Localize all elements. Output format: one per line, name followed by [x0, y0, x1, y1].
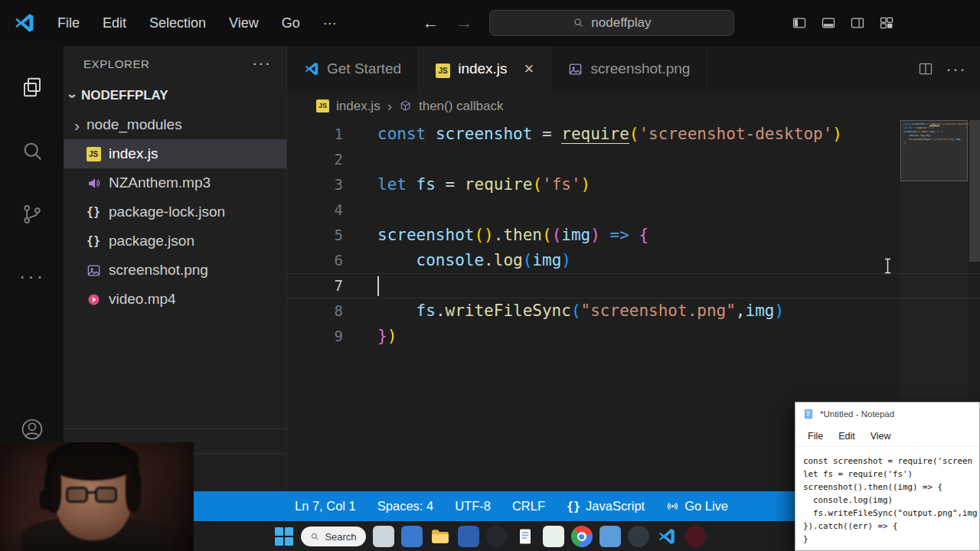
- file-package-json[interactable]: {}package.json: [64, 227, 286, 256]
- file-label: package-lock.json: [109, 204, 225, 220]
- code-token: "screenshot.png": [581, 302, 736, 320]
- code-token: (: [571, 302, 581, 320]
- line-number: 8: [287, 298, 343, 324]
- status-crlf[interactable]: CRLF: [512, 499, 545, 514]
- taskbar-search[interactable]: Search: [301, 527, 365, 546]
- taskbar-search-label: Search: [325, 531, 356, 543]
- tab-index-js[interactable]: JSindex.js×: [419, 46, 551, 92]
- notepad-titlebar[interactable]: *Untitled - Notepad: [795, 403, 979, 425]
- code-token: require: [465, 175, 533, 194]
- breadcrumb-file[interactable]: index.js: [336, 99, 381, 114]
- code-line-4: 4: [287, 197, 980, 223]
- folder-root[interactable]: › NODEFFPLAY: [64, 81, 286, 110]
- code-token: (: [532, 175, 542, 194]
- status-label: UTF-8: [455, 499, 491, 514]
- code-token: 'screenshot-desktop': [639, 125, 832, 143]
- taskbar-icon-notepad[interactable]: [514, 526, 536, 547]
- file-index-js[interactable]: JSindex.js: [64, 139, 286, 168]
- tab-screenshot-png[interactable]: screenshot.png: [551, 46, 707, 92]
- code-token: console: [416, 251, 485, 269]
- notepad-menu-edit[interactable]: Edit: [831, 428, 863, 445]
- code-token: .: [484, 251, 494, 269]
- notepad-menu-view[interactable]: View: [863, 428, 899, 445]
- status-label: CRLF: [512, 499, 545, 514]
- status-go-live[interactable]: Go Live: [666, 499, 728, 514]
- taskbar-icon-obs-studio[interactable]: [486, 526, 508, 547]
- breadcrumb-symbol[interactable]: then() callback: [419, 99, 504, 114]
- toggle-secondary-sidebar-icon[interactable]: [850, 15, 865, 31]
- status-ln-7-col-1[interactable]: Ln 7, Col 1: [295, 499, 356, 514]
- taskbar-icon-camera-app[interactable]: [628, 526, 649, 547]
- menu-edit[interactable]: Edit: [91, 11, 138, 36]
- line-text: const screenshot = require('screenshot-d…: [343, 122, 842, 147]
- explorer-title: EXPLORER: [83, 57, 150, 70]
- forward-arrow-icon[interactable]: →: [456, 13, 472, 33]
- line-text: [343, 147, 377, 172]
- image-icon: [85, 263, 102, 278]
- activity-more[interactable]: ···: [0, 246, 64, 309]
- code-token: then: [503, 226, 542, 244]
- json-icon: {}: [85, 234, 102, 249]
- mouse-ibeam-cursor: [883, 258, 893, 274]
- notepad-icon: [803, 409, 814, 419]
- activity-explorer[interactable]: [0, 55, 64, 119]
- taskbar-icon-green-app[interactable]: [543, 526, 564, 547]
- tab-bar: Get StartedJSindex.js×screenshot.png ···: [287, 46, 980, 92]
- file-label: video.mp4: [109, 291, 176, 308]
- taskbar-icon-vscode[interactable]: [656, 526, 678, 547]
- line-number: 3: [287, 172, 343, 197]
- code-token: let: [377, 175, 407, 194]
- code-token: [377, 302, 416, 320]
- status-utf-8[interactable]: UTF-8: [455, 499, 491, 514]
- close-icon[interactable]: ×: [524, 59, 534, 79]
- taskbar-icon-mail-app[interactable]: [401, 526, 423, 547]
- file-video-mp4[interactable]: video.mp4: [64, 285, 286, 314]
- menu-item[interactable]: ···: [312, 11, 348, 36]
- editor-more-icon[interactable]: ···: [946, 58, 966, 80]
- file-node-modules[interactable]: ›node_modules: [64, 110, 286, 139]
- code-token: [600, 226, 610, 244]
- toggle-panel-icon[interactable]: [821, 15, 836, 31]
- taskbar-icon-word[interactable]: [458, 526, 479, 547]
- taskbar-icon-firefox[interactable]: [684, 526, 706, 547]
- menu-go[interactable]: Go: [270, 11, 312, 36]
- file-nzanthem-mp3[interactable]: NZAnthem.mp3: [64, 168, 286, 197]
- minimap-slider[interactable]: [900, 120, 968, 181]
- notepad-window[interactable]: *Untitled - Notepad FileEditView const s…: [795, 402, 980, 551]
- notepad-menu-file[interactable]: File: [800, 428, 831, 445]
- menu-selection[interactable]: Selection: [138, 11, 217, 36]
- root-folder-label: NODEFFPLAY: [81, 88, 168, 103]
- status-spaces-4[interactable]: Spaces: 4: [377, 499, 433, 514]
- search-icon: [310, 532, 320, 542]
- activity-search[interactable]: [0, 119, 64, 182]
- notepad-content[interactable]: const screenshot = require('screenlet fs…: [795, 447, 979, 546]
- menu-view[interactable]: View: [217, 11, 270, 36]
- sidebar-section-divider[interactable]: [64, 429, 286, 429]
- activity-source-control[interactable]: [0, 182, 64, 246]
- tab-get-started[interactable]: Get Started: [287, 46, 419, 92]
- line-number: 7: [287, 273, 343, 298]
- taskbar-icon-file-explorer[interactable]: [430, 526, 451, 547]
- command-center-search[interactable]: nodeffplay: [489, 10, 734, 36]
- status-javascript[interactable]: {}JavaScript: [567, 499, 645, 514]
- line-text: let fs = require('fs'): [343, 172, 590, 197]
- code-token: img: [532, 251, 561, 269]
- taskbar-icon-task-view[interactable]: [373, 526, 394, 547]
- breadcrumb: JS index.js › then() callback: [287, 92, 980, 120]
- start-button-icon[interactable]: [274, 527, 294, 546]
- image-icon: [568, 62, 583, 77]
- customize-layout-icon[interactable]: [879, 15, 894, 31]
- notepad-line: console.log(img): [803, 494, 979, 507]
- explorer-icon: [21, 76, 44, 99]
- taskbar-icon-chrome[interactable]: [571, 526, 593, 547]
- toggle-primary-sidebar-icon[interactable]: [792, 15, 807, 31]
- file-package-lock-json[interactable]: {}package-lock.json: [64, 197, 286, 227]
- notepad-line: fs.writeFileSync("output.png",img: [803, 507, 979, 520]
- split-editor-icon[interactable]: [918, 61, 933, 77]
- explorer-more-icon[interactable]: ···: [252, 54, 271, 73]
- code-token: require: [561, 125, 629, 144]
- file-screenshot-png[interactable]: screenshot.png: [64, 256, 286, 285]
- menu-file[interactable]: File: [46, 11, 91, 36]
- back-arrow-icon[interactable]: ←: [422, 13, 439, 33]
- taskbar-icon-blue-app[interactable]: [599, 526, 621, 547]
